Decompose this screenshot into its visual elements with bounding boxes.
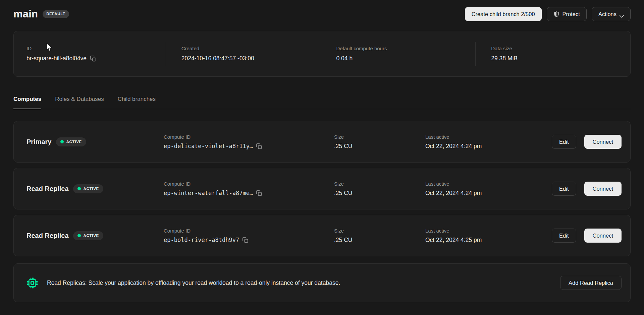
field-label: Created [181,46,321,51]
copy-icon[interactable] [90,55,97,62]
compute-name: Read Replica [26,185,69,193]
protect-button-label: Protect [562,11,580,17]
size-label: Size [334,228,425,234]
header-actions: Create child branch 2/500 Protect Action… [465,7,631,21]
row-actions: Edit Connect [552,135,622,149]
branch-page: main DEFAULT Create child branch 2/500 P… [0,0,644,302]
last-active-value: Oct 22, 2024 4:24 pm [425,190,552,197]
last-active-label: Last active [425,181,552,187]
field-label: ID [26,46,166,51]
compute-hours-value: 0.04 h [336,55,476,62]
status-dot-icon [77,234,81,237]
edit-button[interactable]: Edit [552,135,576,149]
create-child-branch-button[interactable]: Create child branch 2/500 [465,7,542,21]
copy-icon[interactable] [242,237,249,243]
compute-id-value: ep-bold-river-a8tdh9v7 [164,237,239,243]
compute-row-read-replica-1: Read Replica ACTIVE Compute ID ep-winter… [13,168,631,209]
status-dot-icon [60,140,64,143]
row-actions: Edit Connect [552,182,622,196]
compute-id-cell: Compute ID ep-winter-waterfall-a87me… [164,181,334,196]
status-dot-icon [77,187,81,190]
row-actions: Edit Connect [552,229,622,243]
size-cell: Size .25 CU [334,228,425,244]
edit-button[interactable]: Edit [552,182,576,196]
status-badge: ACTIVE [56,137,86,146]
chevron-down-icon [620,13,624,15]
size-cell: Size .25 CU [334,134,425,150]
status-badge: ACTIVE [73,231,103,240]
compute-row-primary: Primary ACTIVE Compute ID ep-delicate-vi… [13,121,631,163]
read-replica-banner-text: Read Replicas: Scale your application by… [47,279,560,287]
shield-icon [553,11,559,17]
tab-bar: Computes Roles & Databases Child branche… [13,96,631,109]
compute-name-group: Read Replica ACTIVE [26,231,164,240]
page-header: main DEFAULT Create child branch 2/500 P… [13,0,631,26]
last-active-label: Last active [425,134,552,140]
compute-id-value: ep-winter-waterfall-a87me… [164,190,253,196]
actions-button-label: Actions [598,11,616,17]
branch-details-card: ID br-square-hill-a8ol04ve Created 2024-… [13,31,631,77]
compute-id-label: Compute ID [164,134,334,140]
tab-roles-databases[interactable]: Roles & Databases [55,96,104,109]
field-label: Data size [491,46,630,51]
compute-name: Primary [26,138,52,146]
copy-icon[interactable] [256,190,262,196]
read-replica-banner: Read Replicas: Scale your application by… [13,263,631,302]
last-active-label: Last active [425,228,552,234]
size-value: .25 CU [334,143,425,150]
branch-id-value: br-square-hill-a8ol04ve [26,55,87,62]
compute-id-cell: Compute ID ep-delicate-violet-a8r11y… [164,134,334,149]
created-field: Created 2024-10-16 08:47:57 -03:00 [166,42,321,66]
compute-id-label: Compute ID [164,228,334,234]
size-label: Size [334,134,425,140]
created-value: 2024-10-16 08:47:57 -03:00 [181,55,321,62]
compute-name-group: Primary ACTIVE [26,137,164,146]
compute-name: Read Replica [26,232,69,240]
tab-child-branches[interactable]: Child branches [118,96,156,109]
last-active-cell: Last active Oct 22, 2024 4:25 pm [425,228,552,244]
status-badge: ACTIVE [73,184,103,193]
compute-id-cell: Compute ID ep-bold-river-a8tdh9v7 [164,228,334,243]
edit-button[interactable]: Edit [552,229,576,243]
branch-id-field: ID br-square-hill-a8ol04ve [14,42,166,66]
size-value: .25 CU [334,190,425,197]
size-value: .25 CU [334,237,425,244]
compute-id-label: Compute ID [164,181,334,187]
size-cell: Size .25 CU [334,181,425,197]
data-size-field: Data size 29.38 MiB [475,42,630,66]
last-active-cell: Last active Oct 22, 2024 4:24 pm [425,134,552,150]
connect-button[interactable]: Connect [584,182,622,196]
compute-hours-field: Default compute hours 0.04 h [321,42,476,66]
actions-button[interactable]: Actions [592,7,631,21]
compute-id-value: ep-delicate-violet-a8r11y… [164,143,253,149]
tab-computes[interactable]: Computes [13,96,41,109]
cpu-chip-icon [26,277,38,289]
branch-title-group: main DEFAULT [13,8,69,20]
field-label: Default compute hours [336,46,476,51]
compute-name-group: Read Replica ACTIVE [26,184,164,193]
status-label: ACTIVE [66,140,82,144]
computes-list: Primary ACTIVE Compute ID ep-delicate-vi… [13,121,631,302]
status-label: ACTIVE [84,187,99,191]
last-active-value: Oct 22, 2024 4:24 pm [425,143,552,150]
copy-icon[interactable] [256,143,262,149]
connect-button[interactable]: Connect [584,229,622,243]
connect-button[interactable]: Connect [584,135,622,149]
status-label: ACTIVE [84,234,99,238]
data-size-value: 29.38 MiB [491,55,630,62]
add-read-replica-button[interactable]: Add Read Replica [560,276,622,290]
default-badge: DEFAULT [43,10,69,18]
last-active-value: Oct 22, 2024 4:25 pm [425,237,552,244]
page-title: main [13,8,38,20]
protect-button[interactable]: Protect [547,7,587,21]
last-active-cell: Last active Oct 22, 2024 4:24 pm [425,181,552,197]
compute-row-read-replica-2: Read Replica ACTIVE Compute ID ep-bold-r… [13,215,631,256]
size-label: Size [334,181,425,187]
